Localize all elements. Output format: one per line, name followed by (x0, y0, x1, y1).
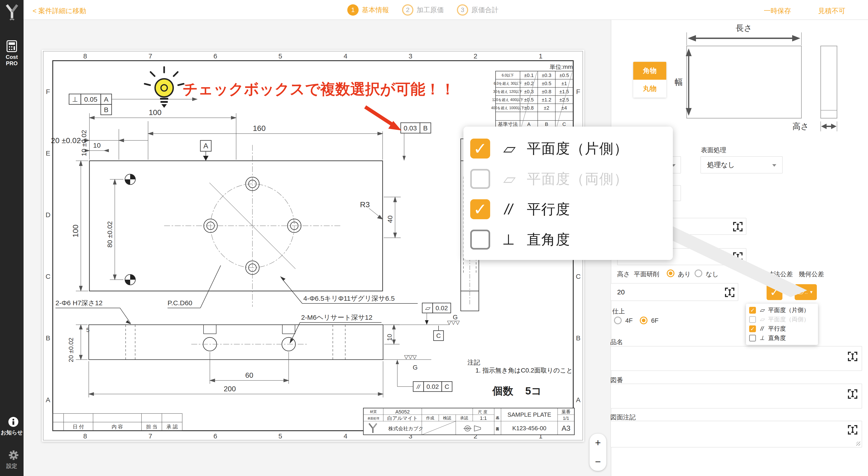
height-input[interactable]: 20 (610, 283, 738, 301)
checkbox-unchecked-icon[interactable] (749, 335, 756, 341)
product-name-input[interactable] (610, 346, 862, 371)
svg-text:検認: 検認 (443, 416, 451, 420)
svg-text:5: 5 (86, 327, 89, 333)
zoom-out-button[interactable]: − (595, 457, 601, 467)
svg-text:±2.5: ±2.5 (559, 97, 569, 102)
popup-option-flatness-both-sides: ▱ 平面度（両側） (470, 164, 673, 194)
svg-text:単位:mm: 単位:mm (550, 63, 573, 70)
step-machining-cost[interactable]: 2 加工原価 (402, 4, 444, 16)
popup-option-perpendicularity[interactable]: ⊥ 直角度 (470, 225, 673, 255)
popup-option-parallelism[interactable]: // 平行度 (470, 194, 673, 225)
step-basic-info[interactable]: 1 基本情報 (347, 4, 389, 16)
finish-4f-radio[interactable] (614, 317, 622, 324)
title-block: 材質 A5052 表面処理 白アルマイト 作成 検認 承認 尺度 1:1 品名 … (363, 408, 575, 435)
option-parallelism[interactable]: // 平行度 (749, 324, 818, 333)
temp-save-link[interactable]: 一時保存 (764, 6, 791, 16)
svg-text:C: C (436, 332, 441, 339)
surface-treatment-select[interactable]: 処理なし (701, 156, 783, 174)
svg-text:F: F (46, 88, 50, 95)
zoom-in-button[interactable]: + (595, 438, 601, 448)
resize-grip-icon[interactable] (856, 442, 860, 446)
svg-text:日 付: 日 付 (73, 424, 84, 429)
chevron-down-icon: ▼ (809, 290, 813, 295)
svg-text:内 容: 内 容 (112, 424, 123, 429)
option-flatness-both-sides: ▱ 平面度（両側） (749, 315, 818, 324)
datum-a-flag: A (200, 140, 211, 161)
drawing-number-input[interactable] (610, 384, 862, 409)
gear-icon[interactable] (9, 450, 19, 460)
svg-text:R3: R3 (360, 200, 370, 209)
dimension-tolerance-checkbox[interactable] (767, 284, 782, 300)
chevron-down-icon (772, 164, 776, 167)
pick-from-drawing-icon[interactable] (848, 389, 858, 399)
checkbox-checked-icon[interactable] (749, 307, 756, 314)
popup-option-flatness-one-side[interactable]: ▱ 平面度（片側） (470, 133, 673, 164)
svg-text:表面処理: 表面処理 (367, 417, 379, 420)
sidebar-brand: Cost PRO (0, 54, 24, 66)
grinding-no-radio[interactable] (694, 269, 702, 277)
geometric-tolerance-dropdown-button[interactable]: ▱ .. ▼ (795, 284, 817, 300)
svg-text:±0.8: ±0.8 (524, 105, 534, 111)
svg-text:8: 8 (83, 52, 87, 60)
pick-from-drawing-icon[interactable] (733, 222, 743, 232)
drawing-note-label: 図面注記 (610, 413, 636, 422)
option-perpendicularity[interactable]: ⊥ 直角度 (749, 333, 818, 343)
svg-text:C: C (45, 273, 51, 280)
info-icon[interactable] (8, 417, 19, 427)
svg-text:C: C (445, 383, 449, 390)
kabuku-logo-icon (4, 3, 20, 21)
flatness-icon: ▱ (758, 307, 766, 314)
pick-from-drawing-icon[interactable] (725, 287, 735, 297)
finish-6f-radio[interactable] (640, 317, 648, 324)
svg-text:30を超え 120以下: 30を超え 120以下 (493, 90, 523, 93)
shape-round-button[interactable]: 丸物 (633, 80, 666, 98)
step-3-label: 原価合計 (471, 5, 498, 15)
pick-from-drawing-icon[interactable] (848, 425, 858, 435)
svg-text:B: B (104, 106, 108, 114)
svg-text:1: 1 (539, 52, 543, 60)
red-arrow-icon (365, 107, 401, 130)
top-actions: 一時保存 見積不可 (764, 6, 845, 16)
checkbox-checked-icon[interactable] (749, 325, 756, 332)
surface-treatment-value: 処理なし (707, 160, 735, 170)
plan-dim-text: 100 160 20 ±0.02 10 ±0.02 10 100 80 ±0.0… (51, 108, 394, 247)
sidebar-item-settings[interactable]: 設定 (0, 463, 24, 470)
shape-square-button[interactable]: 角物 (633, 62, 666, 80)
svg-text:▽▽▽: ▽▽▽ (404, 354, 417, 360)
svg-text:尺度: 尺度 (478, 410, 489, 414)
step-cost-total[interactable]: 3 原価合計 (457, 4, 498, 16)
pick-from-drawing-icon[interactable] (733, 252, 743, 262)
svg-text:120を超え 400以下: 120を超え 400以下 (492, 98, 524, 102)
svg-text:SAMPLE PLATE: SAMPLE PLATE (507, 411, 551, 418)
svg-text:±4: ±4 (561, 105, 567, 111)
svg-text:±2: ±2 (544, 105, 549, 111)
checkbox-checked-icon[interactable] (470, 139, 490, 158)
grinding-yes-radio[interactable] (667, 269, 675, 277)
drawing-note-textarea[interactable] (610, 421, 862, 447)
diagram-height-label: 高さ (793, 122, 809, 131)
svg-text:K123-456-00: K123-456-00 (512, 425, 546, 432)
svg-text:F: F (576, 88, 580, 95)
checkbox-checked-icon[interactable] (470, 199, 490, 219)
svg-text:±1.5: ±1.5 (559, 89, 569, 94)
geometric-tolerance-dropdown: ▱ 平面度（片側） ▱ 平面度（両側） // 平行度 ⊥ 直角度 (746, 304, 818, 345)
sidebar-item-notice[interactable]: お知らせ (0, 429, 24, 436)
drawing-number-label: 図番 (610, 376, 623, 385)
svg-text:2: 2 (474, 52, 477, 60)
svg-text:±0.1: ±0.1 (524, 72, 534, 78)
calculator-icon[interactable] (6, 40, 17, 52)
back-to-case-link[interactable]: < 案件詳細に移動 (33, 6, 86, 16)
option-flatness-one-side[interactable]: ▱ 平面度（片側） (749, 305, 818, 315)
grinding-yes-label: あり (678, 270, 691, 278)
quote-unavailable-link[interactable]: 見積不可 (818, 6, 845, 16)
svg-text:±0.8: ±0.8 (542, 89, 552, 94)
pick-from-drawing-icon[interactable] (848, 352, 858, 361)
svg-text:作成: 作成 (426, 416, 434, 420)
step-2-label: 加工原価 (416, 5, 444, 15)
svg-text:±0.3: ±0.3 (524, 89, 534, 94)
svg-text:5コ: 5コ (525, 385, 542, 397)
flatness-icon: ▱ (498, 171, 519, 187)
svg-text:A: A (104, 95, 108, 103)
flatness-icon: ▱ (498, 140, 519, 157)
checkbox-unchecked-icon[interactable] (470, 230, 490, 249)
